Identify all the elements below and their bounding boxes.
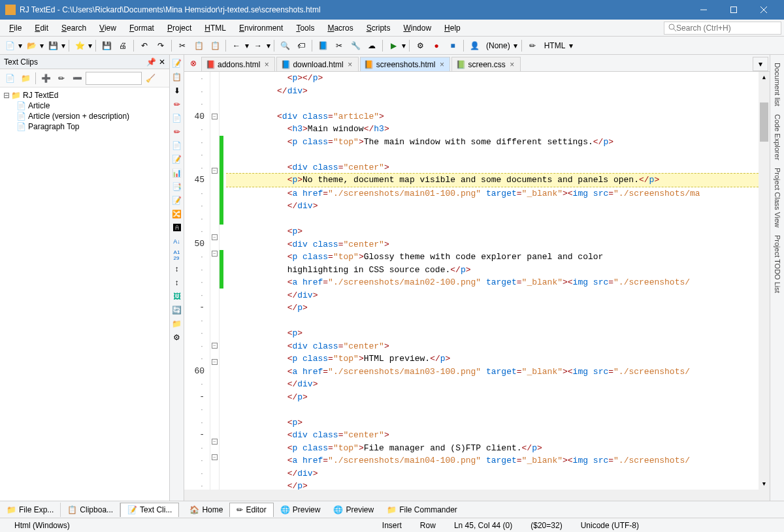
clip-tree[interactable]: ⊟ 📁 RJ TextEd 📄Article📄Article (version …: [0, 87, 169, 501]
back-button[interactable]: ←: [229, 39, 244, 53]
gt-11[interactable]: 📝: [171, 195, 183, 206]
gt-19[interactable]: 🔄: [171, 304, 183, 316]
gt-7[interactable]: 📄: [171, 140, 183, 151]
record-button[interactable]: ●: [429, 39, 444, 53]
close-tab-icon[interactable]: ×: [438, 61, 446, 69]
save-button[interactable]: 💾: [46, 39, 60, 53]
menu-project[interactable]: Project: [161, 22, 198, 35]
menu-scripts[interactable]: Scripts: [360, 22, 397, 35]
gt-16[interactable]: ↕: [171, 263, 183, 275]
undo-button[interactable]: ↶: [137, 39, 152, 53]
menu-tools[interactable]: Tools: [289, 22, 321, 35]
project-none-label[interactable]: (None): [483, 41, 513, 50]
tree-item[interactable]: 📄Article (version + description): [3, 111, 167, 121]
gt-10[interactable]: 📑: [171, 181, 183, 193]
menu-search[interactable]: Search: [55, 22, 93, 35]
menu-edit[interactable]: Edit: [28, 22, 55, 35]
panel-pin-icon[interactable]: 📌: [146, 57, 156, 67]
tool1-button[interactable]: 📘: [316, 39, 330, 53]
add-button[interactable]: ➕: [39, 71, 53, 86]
gt-20[interactable]: 📁: [171, 318, 183, 330]
gt-5[interactable]: 📄: [171, 112, 183, 124]
panel-tab[interactable]: 📁File Exp...: [0, 503, 61, 517]
close-button[interactable]: [749, 0, 779, 20]
menu-view[interactable]: View: [93, 22, 123, 35]
gt-18[interactable]: 🖼: [171, 290, 183, 302]
tree-item[interactable]: 📄Paragraph Top: [3, 121, 167, 132]
document-tab[interactable]: 📕addons.html×: [201, 57, 275, 71]
global-search[interactable]: [664, 22, 781, 35]
save-all-button[interactable]: 💾: [99, 39, 114, 53]
menu-window[interactable]: Window: [397, 22, 438, 35]
remove-button[interactable]: ➖: [70, 71, 84, 86]
panel-tab[interactable]: 📝Text Cli...: [120, 503, 179, 517]
edit-button[interactable]: ✏: [54, 71, 69, 86]
view-tab[interactable]: 🌐Preview: [274, 503, 327, 517]
code-content[interactable]: <p></p> </div> <div class="article"> <h3…: [223, 72, 759, 490]
run-button[interactable]: ▶: [386, 39, 400, 53]
close-tab-icon[interactable]: ×: [346, 61, 354, 69]
stop-button[interactable]: ■: [446, 39, 460, 53]
gt-12[interactable]: 🔀: [171, 208, 183, 220]
gt-3[interactable]: ⬇: [171, 85, 183, 97]
maximize-button[interactable]: [719, 0, 749, 20]
menu-file[interactable]: File: [3, 22, 28, 35]
scroll-up-icon[interactable]: ▴: [759, 72, 770, 83]
language-label[interactable]: HTML: [542, 41, 568, 50]
tool3-button[interactable]: 🔧: [348, 39, 363, 53]
gt-2[interactable]: 📋: [171, 71, 183, 83]
side-tab[interactable]: Project TODO List: [772, 231, 783, 297]
tool4-button[interactable]: ☁: [365, 39, 379, 53]
save-dropdown[interactable]: ▾: [61, 41, 65, 50]
tree-root[interactable]: ⊟ 📁 RJ TextEd: [3, 90, 167, 101]
favorites-button[interactable]: ⭐: [73, 39, 87, 53]
gt-4[interactable]: ✏: [171, 99, 183, 110]
document-tab[interactable]: 📘download.html×: [276, 57, 358, 71]
search-input[interactable]: [676, 23, 777, 33]
clear-search-button[interactable]: 🧹: [143, 71, 157, 86]
status-insert[interactable]: Insert: [373, 521, 411, 530]
find-button[interactable]: 🔍: [278, 39, 292, 53]
open-dropdown[interactable]: ▾: [39, 41, 44, 50]
new-dropdown[interactable]: ▾: [18, 41, 22, 50]
gt-14[interactable]: A↓: [171, 236, 183, 247]
close-tab-icon[interactable]: ×: [508, 61, 516, 69]
gt-21[interactable]: ⚙: [171, 332, 183, 343]
side-tab[interactable]: Document list: [772, 59, 783, 110]
gt-15[interactable]: A129: [171, 249, 183, 261]
side-tab[interactable]: Project Class View: [772, 164, 783, 232]
tree-item[interactable]: 📄Article: [3, 101, 167, 111]
gt-1[interactable]: 📝: [171, 57, 183, 69]
close-tab-icon[interactable]: ×: [263, 61, 270, 69]
gt-6[interactable]: ✏: [171, 126, 183, 138]
gt-9[interactable]: 📊: [171, 167, 183, 179]
scroll-down-icon[interactable]: ▾: [759, 478, 770, 490]
view-tab[interactable]: 🌐Preview: [327, 503, 380, 517]
gt-13[interactable]: 🅰: [171, 222, 183, 234]
close-doc-button[interactable]: ⊗: [186, 55, 201, 71]
vertical-scrollbar[interactable]: ▴ ▾: [759, 72, 770, 490]
menu-environment[interactable]: Environment: [233, 22, 289, 35]
minimize-button[interactable]: [689, 0, 719, 20]
redo-button[interactable]: ↷: [154, 39, 168, 53]
panel-tab[interactable]: 📋Clipboa...: [61, 503, 120, 517]
copy-button[interactable]: 📋: [191, 39, 206, 53]
tool2-button[interactable]: ✂: [332, 39, 346, 53]
new-file-button[interactable]: 📄: [3, 39, 17, 53]
panel-close-icon[interactable]: ✕: [159, 57, 165, 67]
paste-button[interactable]: 📋: [208, 39, 222, 53]
gt-8[interactable]: 📝: [171, 153, 183, 165]
document-tab[interactable]: 📗screen.css×: [451, 57, 520, 71]
code-editor[interactable]: ···40····45····50····-····60·-··-···· −−…: [184, 72, 770, 490]
gt-17[interactable]: ↕: [171, 277, 183, 289]
menu-help[interactable]: Help: [438, 22, 467, 35]
forward-button[interactable]: →: [251, 39, 265, 53]
person-icon[interactable]: 👤: [467, 39, 482, 53]
view-tab[interactable]: 🏠Home: [183, 503, 229, 517]
fold-column[interactable]: −−−−−−−−: [210, 72, 220, 490]
side-tab[interactable]: Code Explorer: [772, 110, 783, 164]
record-macro-button[interactable]: ⚙: [413, 39, 427, 53]
menu-format[interactable]: Format: [123, 22, 161, 35]
horizontal-scrollbar[interactable]: [184, 490, 770, 501]
menu-macros[interactable]: Macros: [321, 22, 359, 35]
